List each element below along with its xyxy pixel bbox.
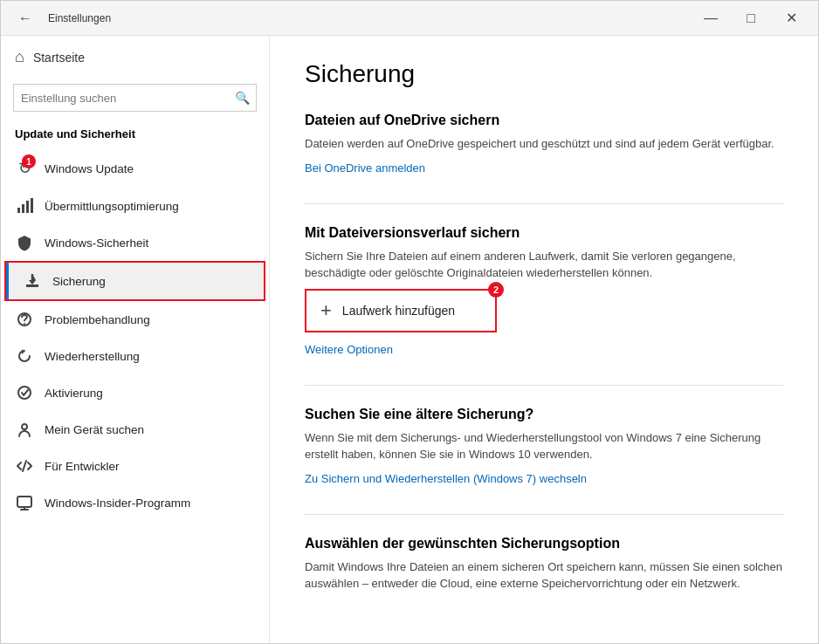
svg-point-9 (24, 323, 25, 325)
svg-rect-0 (17, 208, 20, 213)
section-aeltere-sicherung: Suchen Sie eine ältere Sicherung? Wenn S… (305, 407, 783, 486)
windows-update-badge: 1 (22, 154, 36, 168)
sidebar-item-mein-geraet[interactable]: Mein Gerät suchen (1, 411, 269, 448)
dateiverlauf-link[interactable]: Weitere Optionen (305, 343, 393, 356)
sidebar-item-uebermittlung[interactable]: Übermittlungsoptimierung (1, 188, 269, 224)
svg-rect-2 (26, 201, 29, 213)
window-controls: — □ ✕ (691, 1, 811, 36)
section-sicherungsoption: Auswählen der gewünschten Sicherungsopti… (305, 536, 783, 593)
add-drive-badge: 2 (488, 282, 504, 298)
plus-icon: + (320, 299, 332, 322)
sidebar-label-windows-sicherheit: Windows-Sicherheit (45, 236, 148, 250)
svg-marker-10 (22, 349, 24, 354)
page-title: Sicherung (305, 60, 783, 88)
insider-icon (15, 494, 34, 511)
sidebar-item-problembehandlung[interactable]: Problembehandlung (1, 301, 269, 338)
minimize-button[interactable]: — (691, 1, 731, 36)
settings-window: ← Einstellungen — □ ✕ ⌂ Startseite 🔍 Upd… (0, 0, 819, 644)
sidebar: ⌂ Startseite 🔍 Update und Sicherheit ↻ W… (1, 36, 270, 643)
back-button[interactable]: ← (8, 1, 43, 36)
sicherung-highlight: Sicherung (4, 261, 265, 301)
divider-2 (305, 385, 783, 386)
sidebar-item-entwickler[interactable]: Für Entwickler (1, 448, 269, 484)
divider-1 (305, 203, 783, 204)
sidebar-label-problembehandlung: Problembehandlung (45, 313, 150, 326)
close-button[interactable]: ✕ (771, 1, 811, 36)
sidebar-item-windows-update[interactable]: ↻ Windows Update 1 (1, 149, 269, 188)
divider-3 (305, 514, 783, 515)
sicherungsoption-text: Damit Windows Ihre Dateien an einem sich… (305, 558, 783, 593)
window-title: Einstellungen (43, 12, 691, 24)
uebermittlung-icon (15, 197, 34, 215)
sicherung-icon (23, 272, 42, 290)
problembehandlung-icon (15, 311, 34, 328)
dateiverlauf-section-title: Mit Dateiversionsverlauf sichern (305, 225, 783, 241)
sidebar-item-aktivierung[interactable]: Aktivierung (1, 374, 269, 411)
add-drive-button[interactable]: + Laufwerk hinzufügen 2 (305, 289, 497, 332)
svg-point-11 (18, 387, 31, 399)
sidebar-item-home[interactable]: ⌂ Startseite (1, 36, 269, 79)
sicherungsoption-title: Auswählen der gewünschten Sicherungsopti… (305, 536, 783, 552)
svg-rect-1 (22, 204, 24, 213)
entwickler-icon (15, 457, 34, 475)
svg-point-12 (22, 424, 27, 429)
sidebar-label-mein-geraet: Mein Gerät suchen (45, 423, 144, 436)
aeltere-section-title: Suchen Sie eine ältere Sicherung? (305, 407, 783, 422)
search-input[interactable] (14, 92, 228, 105)
svg-marker-7 (29, 280, 36, 284)
main-content: ⌂ Startseite 🔍 Update und Sicherheit ↻ W… (1, 36, 818, 643)
sidebar-label-uebermittlung: Übermittlungsoptimierung (45, 200, 179, 213)
sidebar-label-wiederherstellung: Wiederherstellung (45, 350, 140, 363)
onedrive-link[interactable]: Bei OneDrive anmelden (305, 161, 425, 175)
sidebar-label-windows-update: Windows Update (45, 162, 134, 175)
sidebar-label-insider: Windows-Insider-Programm (45, 497, 190, 510)
sidebar-section-title: Update und Sicherheit (1, 124, 269, 149)
aeltere-section-text: Wenn Sie mit dem Sicherungs- und Wiederh… (305, 429, 783, 463)
onedrive-section-title: Dateien auf OneDrive sichern (305, 113, 783, 128)
main-panel: Sicherung Dateien auf OneDrive sichern D… (270, 36, 818, 643)
dateiverlauf-section-text: Sichern Sie Ihre Dateien auf einem ander… (305, 248, 783, 282)
sidebar-label-sicherung: Sicherung (52, 275, 106, 288)
sidebar-item-sicherung[interactable]: Sicherung (6, 263, 264, 299)
add-drive-label: Laufwerk hinzufügen (342, 304, 455, 318)
shield-icon (15, 234, 34, 251)
aktivierung-icon (15, 384, 34, 401)
sidebar-label-aktivierung: Aktivierung (45, 387, 103, 400)
sidebar-label-entwickler: Für Entwickler (45, 460, 120, 473)
maximize-button[interactable]: □ (731, 1, 771, 36)
geraet-icon (15, 421, 34, 438)
sidebar-item-wiederherstellung[interactable]: Wiederherstellung (1, 338, 269, 374)
svg-rect-4 (26, 284, 38, 287)
svg-line-13 (23, 461, 26, 471)
onedrive-section-text: Dateien werden auf OneDrive gespeichert … (305, 135, 783, 153)
section-onedrive: Dateien auf OneDrive sichern Dateien wer… (305, 113, 783, 175)
svg-rect-3 (31, 198, 33, 213)
sidebar-item-insider[interactable]: Windows-Insider-Programm (1, 484, 269, 521)
search-icon[interactable]: 🔍 (228, 84, 256, 112)
aeltere-link[interactable]: Zu Sichern und Wiederherstellen (Windows… (305, 472, 587, 485)
wiederherstellung-icon (15, 347, 34, 365)
section-dateiverlauf: Mit Dateiversionsverlauf sichern Sichern… (305, 225, 783, 357)
titlebar: ← Einstellungen — □ ✕ (1, 1, 818, 36)
svg-rect-14 (17, 497, 31, 507)
home-icon: ⌂ (15, 48, 24, 66)
sidebar-item-windows-sicherheit[interactable]: Windows-Sicherheit (1, 224, 269, 261)
home-label: Startseite (33, 51, 85, 65)
search-box: 🔍 (13, 84, 257, 112)
